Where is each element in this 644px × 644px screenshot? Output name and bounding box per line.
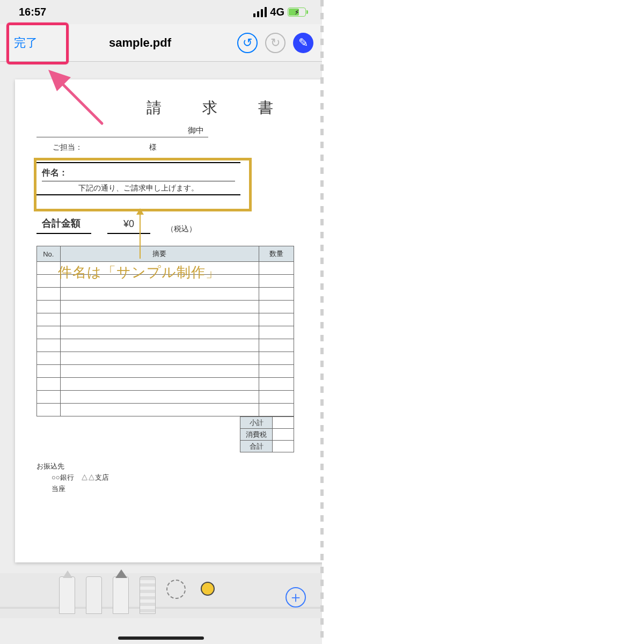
total-label: 合計金額 xyxy=(36,215,91,234)
lasso-tool[interactable] xyxy=(166,580,186,599)
col-qty: 数量 xyxy=(259,246,294,262)
pencil-tool[interactable] xyxy=(113,576,129,614)
left-screenshot: 16:57 4G ⚡︎ 完了 sample.pdf ↺ ↻ ✎ 請 求 書 御中… xyxy=(0,0,322,644)
marker-tool[interactable] xyxy=(86,576,102,614)
arrow-to-subject-icon xyxy=(140,214,141,259)
col-desc: 摘要 xyxy=(60,246,259,262)
highlight-done-button xyxy=(6,23,69,64)
tanto-label: ご担当： xyxy=(53,143,83,151)
subtotals: 小計 消費税 合計 xyxy=(36,416,294,452)
col-no: No. xyxy=(37,246,61,262)
status-time: 16:57 xyxy=(19,6,46,18)
home-indicator xyxy=(118,636,204,640)
subject-annotation: 件名は「サンプル制作」 xyxy=(58,263,220,282)
color-picker[interactable] xyxy=(201,582,215,596)
arrow-to-done-icon xyxy=(38,59,113,134)
markup-icon[interactable]: ✎ xyxy=(293,33,313,53)
panel-divider xyxy=(320,0,324,644)
signal-icon xyxy=(253,7,267,17)
invoice-page: 請 求 書 御中 ご担当： 様 件名： 下記の通り、ご請求申し上げます。 請 請… xyxy=(15,79,322,562)
total-amount: ¥0 xyxy=(107,216,150,234)
pen-tool[interactable] xyxy=(59,576,75,614)
addressee-suffix: 御中 xyxy=(188,126,204,136)
document-viewport[interactable]: 請 求 書 御中 ご担当： 様 件名： 下記の通り、ご請求申し上げます。 請 請… xyxy=(0,69,322,644)
highlight-subject xyxy=(34,158,252,211)
eraser-tool[interactable] xyxy=(140,576,156,614)
battery-icon: ⚡︎ xyxy=(288,8,306,17)
add-annotation-button[interactable]: ＋ xyxy=(286,587,306,608)
nav-title: sample.pdf xyxy=(109,36,171,50)
bank-info: お振込先 ○○銀行 △△支店 当座 xyxy=(36,461,322,494)
status-bar: 16:57 4G ⚡︎ xyxy=(0,0,322,24)
redo-icon: ↻ xyxy=(265,33,286,53)
markup-toolbar: ＋ xyxy=(0,573,322,618)
undo-icon[interactable]: ↺ xyxy=(237,33,258,53)
tanto-suffix: 様 xyxy=(149,143,157,151)
network-label: 4G xyxy=(270,6,284,18)
tax-label: （税込） xyxy=(166,224,196,234)
